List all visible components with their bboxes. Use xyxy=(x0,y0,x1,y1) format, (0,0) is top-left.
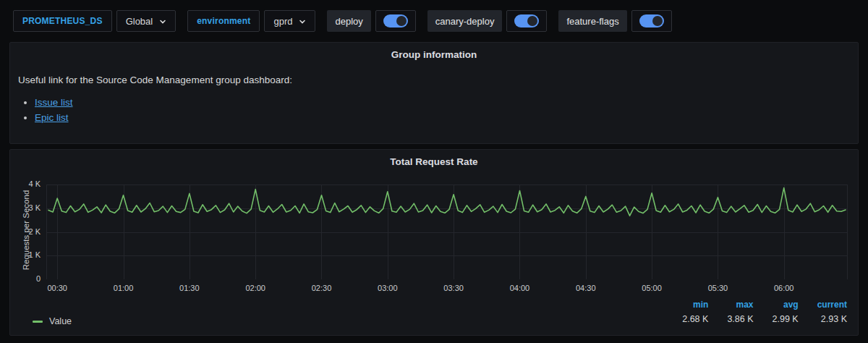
x-axis-tick-label: 06:00 xyxy=(762,284,806,292)
chart-plot-area[interactable] xyxy=(46,185,848,279)
datasource-variable-label[interactable]: PROMETHEUS_DS xyxy=(13,10,112,32)
y-axis-tick-label: 0 xyxy=(12,274,41,283)
group-information-panel: Group information Useful link for the So… xyxy=(9,42,859,144)
feature-flags-toggle-group: feature-flags xyxy=(558,10,671,32)
info-links-list: Issue listEpic list xyxy=(19,95,858,125)
canary-deploy-toggle-group: canary-deploy xyxy=(427,10,548,32)
list-item: Issue list xyxy=(35,95,858,110)
panel-title[interactable]: Group information xyxy=(10,43,858,60)
y-axis-tick-label: 1 K xyxy=(12,250,41,259)
stat-value-avg: 2.99 K xyxy=(754,312,799,326)
x-axis-tick-label: 00:30 xyxy=(35,284,79,292)
series-color-dash-icon xyxy=(33,321,43,323)
info-text: Useful link for the Source Code Manageme… xyxy=(10,60,858,85)
stat-value-min: 2.68 K xyxy=(663,312,708,326)
grafana-dashboard: PROMETHEUS_DS Global environment gprd de… xyxy=(0,0,868,343)
deploy-toggle-group: deploy xyxy=(327,10,415,32)
x-axis-tick-label: 04:00 xyxy=(498,284,541,292)
x-axis-tick-label: 01:30 xyxy=(168,284,211,292)
environment-variable-value: gprd xyxy=(273,16,292,27)
legend-series-value[interactable]: Value xyxy=(33,316,72,326)
toggle-switch-icon xyxy=(639,14,664,27)
stat-header-avg[interactable]: avg xyxy=(754,298,799,312)
stat-value-current: 2.93 K xyxy=(799,312,847,326)
legend-stats: minmaxavgcurrent2.68 K3.86 K2.99 K2.93 K xyxy=(663,298,847,326)
stat-header-max[interactable]: max xyxy=(708,298,753,312)
toggle-switch-icon xyxy=(383,14,408,27)
timeseries-chart: Requests per Second Value minmaxavgcurre… xyxy=(10,150,858,335)
chevron-down-icon xyxy=(299,16,306,27)
stat-header-min[interactable]: min xyxy=(663,298,708,312)
x-axis-tick-label: 04:30 xyxy=(564,284,608,292)
datasource-variable-dropdown[interactable]: Global xyxy=(116,10,176,32)
x-axis-tick-label: 03:00 xyxy=(366,284,409,292)
canary-deploy-toggle-label: canary-deploy xyxy=(427,10,503,32)
environment-variable-label[interactable]: environment xyxy=(187,10,260,32)
stat-value-max: 3.86 K xyxy=(708,312,753,326)
x-axis-tick-label: 02:30 xyxy=(299,284,343,292)
x-axis-tick-label: 05:00 xyxy=(630,284,673,292)
feature-flags-toggle-label: feature-flags xyxy=(558,10,626,32)
x-axis-tick-label: 02:00 xyxy=(234,284,277,292)
dashboard-submenu: PROMETHEUS_DS Global environment gprd de… xyxy=(0,0,868,42)
legend-series-label: Value xyxy=(49,316,72,326)
toggle-switch-icon xyxy=(514,14,539,27)
y-axis-tick-label: 3 K xyxy=(12,203,41,212)
x-axis-tick-label: 03:30 xyxy=(432,284,475,292)
datasource-variable-group: PROMETHEUS_DS Global xyxy=(13,10,176,32)
y-axis-tick-label: 4 K xyxy=(12,179,41,188)
x-axis-tick-label: 01:00 xyxy=(102,284,145,292)
chevron-down-icon xyxy=(159,16,166,27)
list-item: Epic list xyxy=(35,110,858,125)
environment-variable-group: environment gprd xyxy=(187,10,315,32)
issue-list-link[interactable]: Issue list xyxy=(35,97,73,108)
deploy-toggle[interactable] xyxy=(375,10,416,32)
epic-list-link[interactable]: Epic list xyxy=(35,112,69,123)
x-axis-tick-label: 05:30 xyxy=(696,284,739,292)
feature-flags-toggle[interactable] xyxy=(631,10,672,32)
deploy-toggle-label: deploy xyxy=(327,10,370,32)
total-request-rate-panel: Total Request Rate Requests per Second V… xyxy=(9,149,859,336)
environment-variable-dropdown[interactable]: gprd xyxy=(264,10,315,32)
canary-deploy-toggle[interactable] xyxy=(506,10,547,32)
datasource-variable-value: Global xyxy=(126,16,153,27)
legend-stats-table: minmaxavgcurrent2.68 K3.86 K2.99 K2.93 K xyxy=(663,298,847,326)
stat-header-current[interactable]: current xyxy=(799,298,847,312)
y-axis-tick-label: 2 K xyxy=(12,227,41,236)
